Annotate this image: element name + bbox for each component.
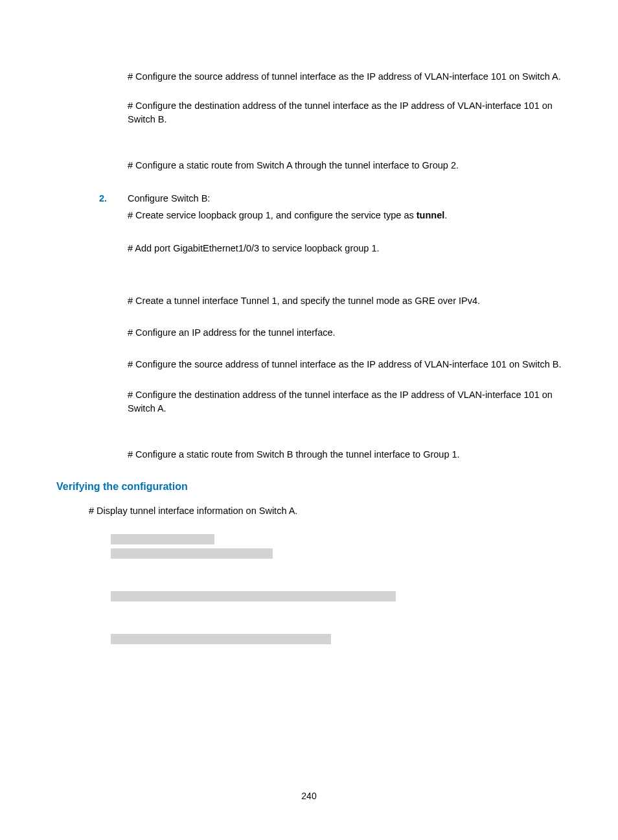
section-heading: Verifying the configuration [56,481,562,493]
step-text: . [444,210,447,220]
step-paragraph: # Configure a static route from Switch B… [128,448,562,461]
step-paragraph: # Configure the source address of tunnel… [128,358,562,371]
redacted-group [56,534,562,559]
paragraph: # Display tunnel interface information o… [89,506,562,516]
redacted-block [111,634,331,644]
step-text-bold: tunnel [417,210,445,220]
redacted-block [111,548,273,559]
step-title: Configure Switch B: [128,193,562,204]
step-paragraph: # Configure an IP address for the tunnel… [128,326,562,340]
step-number: 2. [99,193,128,204]
paragraph: # Configure the destination address of t… [128,99,562,126]
step-paragraph: # Create service loopback group 1, and c… [128,209,562,222]
paragraph: # Configure a static route from Switch A… [128,159,562,172]
redacted-group [56,634,562,644]
page-number: 240 [0,791,618,801]
redacted-group [56,591,562,601]
step-paragraph: # Add port GigabitEthernet1/0/3 to servi… [128,242,562,255]
redacted-block [111,591,396,601]
step-paragraph: # Create a tunnel interface Tunnel 1, an… [128,294,562,308]
paragraph: # Configure the source address of tunnel… [128,70,562,84]
redacted-block [111,534,214,544]
step-text: # Create service loopback group 1, and c… [128,210,417,220]
step-paragraph: # Configure the destination address of t… [128,388,562,415]
step-item: 2. Configure Switch B: [56,193,562,204]
